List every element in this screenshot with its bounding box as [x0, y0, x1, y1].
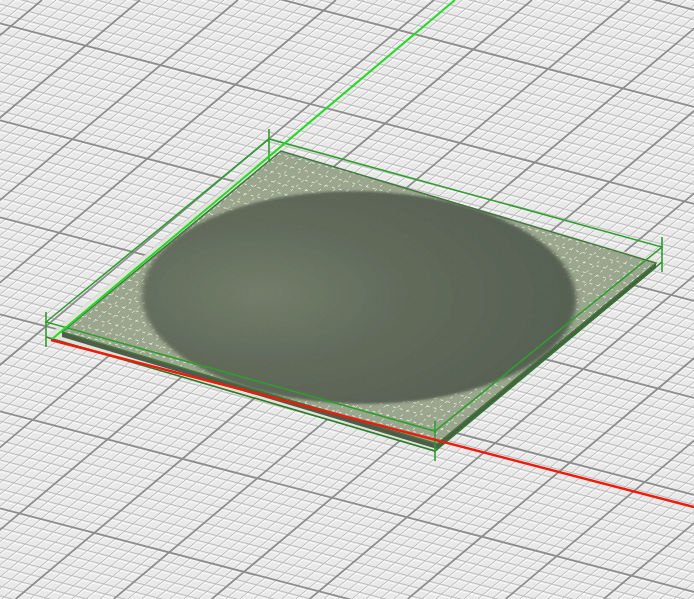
- viewport-canvas[interactable]: [0, 0, 694, 599]
- viewport[interactable]: [0, 0, 694, 599]
